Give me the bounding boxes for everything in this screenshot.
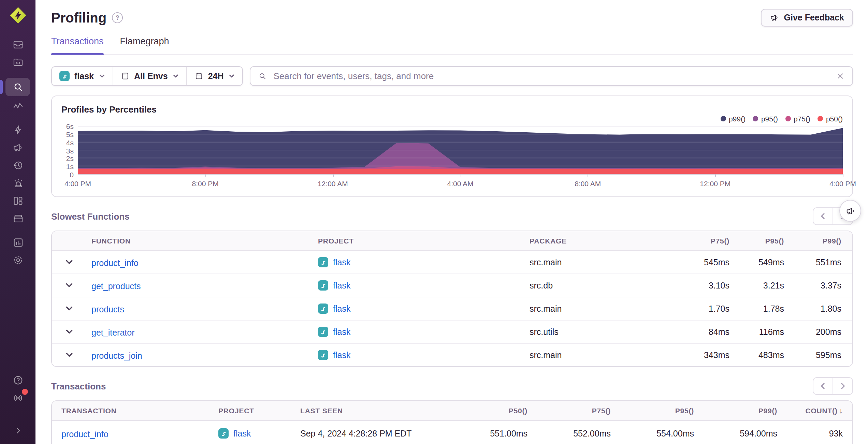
flask-project-icon [318, 350, 328, 360]
function-link[interactable]: product_info [91, 258, 139, 268]
sidebar-item-user-feedback[interactable] [5, 139, 30, 156]
column-p95: P95() [611, 406, 694, 415]
package-name: src.utils [521, 327, 667, 337]
legend-item-p50[interactable]: p50() [818, 115, 843, 123]
x-tick-label: 4:00 PM [64, 179, 91, 188]
feedback-widget-button[interactable] [839, 200, 861, 222]
sidebar-item-stats[interactable] [5, 234, 30, 250]
p95-value: 1.78s [729, 304, 784, 313]
date-range-filter-button[interactable]: 24H [187, 67, 242, 85]
sidebar-active-indicator [0, 80, 3, 94]
transactions-title: Transactions [51, 381, 106, 391]
sidebar-item-traces[interactable] [5, 98, 30, 114]
sidebar-item-dashboards[interactable] [5, 192, 30, 209]
sidebar-item-explore[interactable] [5, 78, 30, 96]
chevron-down-icon [173, 73, 179, 79]
transactions-table-header: TRANSACTION PROJECT LAST SEEN P50() P75(… [52, 401, 852, 421]
flask-project-icon [59, 71, 70, 81]
sidebar-item-issues[interactable] [5, 36, 30, 53]
chevron-down-icon [65, 328, 73, 336]
tab-transactions[interactable]: Transactions [51, 36, 104, 54]
whats-new-icon[interactable] [5, 389, 30, 406]
tab-flamegraph[interactable]: Flamegraph [120, 36, 169, 54]
sidebar-item-settings[interactable] [5, 252, 30, 268]
chevron-right-icon [839, 383, 846, 389]
project-link[interactable]: flask [333, 304, 350, 313]
clear-search-button[interactable] [836, 72, 845, 80]
chevron-left-icon [820, 383, 826, 389]
environment-filter-label: All Envs [134, 71, 168, 81]
transactions-table: TRANSACTION PROJECT LAST SEEN P50() P75(… [51, 400, 853, 444]
give-feedback-button[interactable]: Give Feedback [761, 9, 853, 27]
flask-project-icon [218, 428, 229, 439]
function-link[interactable]: products_join [91, 351, 142, 360]
x-tick-label: 8:00 AM [575, 179, 601, 188]
legend-dot [785, 116, 791, 121]
legend-item-p95[interactable]: p95() [753, 115, 778, 123]
notification-badge [22, 389, 28, 395]
slowest-function-row: get_products flask src.db 3.10s 3.21s 3.… [52, 274, 852, 297]
y-tick-label: 2s [66, 154, 74, 163]
sidebar-collapse-button[interactable] [5, 422, 30, 439]
transaction-link[interactable]: product_info [61, 429, 108, 439]
x-tick-mark [205, 174, 206, 177]
sentry-logo[interactable] [9, 6, 27, 25]
environment-filter-button[interactable]: All Envs [113, 67, 187, 85]
previous-page-button[interactable] [813, 208, 833, 224]
x-tick-label: 8:00 PM [192, 179, 219, 188]
p99-value: 595ms [784, 350, 841, 360]
project-link[interactable]: flask [333, 327, 350, 337]
search-icon [258, 72, 267, 80]
sidebar-item-alerts[interactable] [5, 175, 30, 191]
chevron-down-icon [229, 73, 235, 79]
project-link[interactable]: flask [233, 429, 251, 438]
page-title: Profiling [51, 10, 106, 26]
y-tick-label: 4s [66, 138, 74, 146]
p75-value: 1.70s [667, 304, 729, 313]
slowest-functions-header: Slowest Functions [51, 207, 853, 225]
x-tick-label: 4:00 AM [447, 179, 473, 188]
profiles-by-percentiles-panel: Profiles by Percentiles p99() p95() p75(… [51, 95, 853, 197]
column-count-sort[interactable]: COUNT()↓ [777, 406, 843, 415]
expand-function-button[interactable] [52, 258, 83, 266]
slowest-function-row: products flask src.main 1.70s 1.78s 1.80… [52, 297, 852, 321]
previous-page-button[interactable] [813, 378, 833, 394]
next-page-button[interactable] [833, 378, 852, 394]
chevron-down-icon [65, 305, 73, 312]
expand-function-button[interactable] [52, 351, 83, 359]
expand-function-button[interactable] [52, 282, 83, 289]
project-link[interactable]: flask [333, 281, 350, 290]
p99-value: 3.37s [784, 281, 841, 290]
x-tick-label: 4:00 PM [829, 179, 856, 188]
function-link[interactable]: get_products [91, 281, 141, 291]
x-tick-label: 12:00 AM [318, 179, 348, 188]
page-help-icon[interactable] [112, 12, 123, 23]
sidebar-item-releases[interactable] [5, 210, 30, 226]
search-icon [12, 81, 24, 93]
search-input[interactable] [272, 70, 830, 82]
project-link[interactable]: flask [333, 257, 350, 267]
package-name: src.main [521, 257, 667, 267]
project-filter-button[interactable]: flask [52, 67, 113, 85]
legend-item-p75[interactable]: p75() [785, 115, 810, 123]
y-tick-label: 6s [66, 122, 74, 130]
sidebar-item-replays[interactable] [5, 157, 30, 173]
p95-value: 549ms [729, 257, 784, 267]
expand-function-button[interactable] [52, 328, 83, 336]
project-link[interactable]: flask [333, 350, 350, 360]
profiling-page: Profiling Give Feedback Transactions Fla… [0, 0, 868, 444]
sidebar-item-projects[interactable] [5, 54, 30, 70]
column-transaction: TRANSACTION [61, 406, 218, 415]
tab-bar: Transactions Flamegraph [51, 36, 853, 55]
legend-item-p99[interactable]: p99() [721, 115, 746, 123]
help-icon[interactable] [5, 372, 30, 388]
p75-value: 545ms [667, 257, 729, 267]
function-link[interactable]: products [91, 305, 124, 314]
chevron-left-icon [820, 213, 826, 220]
expand-function-button[interactable] [52, 305, 83, 312]
column-p95: P95() [729, 237, 784, 245]
column-p99: P99() [694, 406, 777, 415]
function-link[interactable]: get_iterator [91, 328, 134, 337]
percentiles-area-chart[interactable] [78, 126, 843, 175]
sidebar-item-insights[interactable] [5, 121, 30, 138]
